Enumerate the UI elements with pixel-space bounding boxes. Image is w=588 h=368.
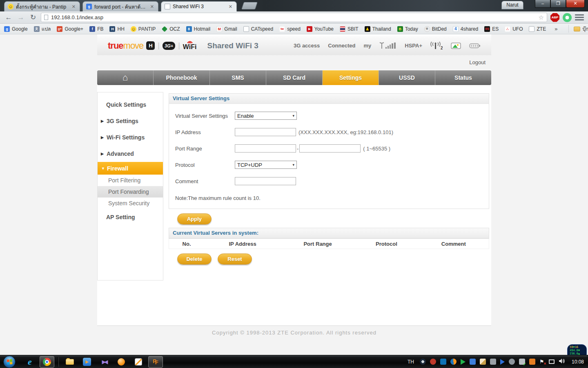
folders-tray-icon[interactable] [470,359,476,365]
adblock-extension-icon[interactable]: ABP [550,13,559,22]
bookmark-sbit[interactable]: SBIT [340,26,359,32]
bookmark-youtube[interactable]: YouTube [307,26,334,32]
camera-tray-icon[interactable] [490,359,496,365]
bookmark-speed[interactable]: speed [279,26,301,32]
bookmark-zte[interactable]: ZTE [529,26,546,32]
globe-tray-icon[interactable] [509,359,515,365]
explorer-icon[interactable] [62,356,77,368]
bookmark-translate[interactable]: แปล [34,25,51,33]
taskbar-clock[interactable]: 10:08 [569,359,584,365]
restore-button[interactable]: ❐ [550,0,566,8]
lightning-app-icon[interactable] [131,356,146,368]
green-flag-tray-icon[interactable] [461,359,466,365]
sidebar-item-ap-setting[interactable]: AP Setting [98,209,163,225]
tab-pantip[interactable]: ตั้งกระทู้คำถาม - Pantip ✕ [4,1,80,11]
language-indicator[interactable]: TH [406,359,416,365]
media-player-icon[interactable]: ▶ [80,356,94,368]
steam-tray-icon[interactable] [420,359,426,365]
sidebar-item-port-filtering[interactable]: Port Filtering [98,175,163,186]
red-tray-icon[interactable] [430,359,436,365]
address-bar[interactable]: 192.168.0.1/index.asp ☆ [41,13,547,22]
bookmark-es[interactable]: ES [484,26,499,32]
network-tray-icon[interactable] [549,359,555,364]
printer-tray-icon[interactable] [519,359,525,365]
new-tab-button[interactable] [241,2,258,9]
nav-home[interactable]: ⌂ [97,70,153,85]
orange-speaker-tray-icon[interactable] [529,359,535,365]
nav-settings[interactable]: Settings [322,70,379,85]
start-button[interactable] [3,356,16,368]
bookmark-gmail[interactable]: Gmail [216,26,237,32]
tab-close-icon[interactable]: ✕ [71,4,76,9]
bookmark-hotmail[interactable]: Hotmail [186,26,211,32]
action-center-flag-icon[interactable] [539,359,545,365]
port-end-input[interactable] [299,144,361,153]
bookmark-ufo[interactable]: UFO [505,26,523,32]
sidebar-item-port-forwarding[interactable]: Port Forwarding [98,186,163,197]
nav-sms[interactable]: SMS [209,70,266,85]
tab-shared-wifi[interactable]: Shared WiFi 3 ✕ [161,1,237,11]
nav-ussd[interactable]: USSD [379,70,435,85]
bookmark-star-icon[interactable]: ☆ [539,14,544,21]
status-indicators: 3G access Connected my HSPA+ [294,42,481,50]
protocol-select[interactable]: TCP+UDP▾ [235,161,297,169]
bookmark-google[interactable]: Google [4,26,28,32]
logout-link[interactable]: Logout [469,59,486,65]
bookmark-4shared[interactable]: 4shared [453,26,478,32]
sidebar-item-quick-settings[interactable]: Quick Settings [98,96,163,113]
bookmark-googleplus[interactable]: Google+ [57,26,83,32]
reset-button[interactable]: Reset [218,254,252,265]
port-start-input[interactable] [235,144,296,153]
chrome-icon[interactable] [40,356,54,368]
ip-address-input[interactable] [235,128,296,136]
bookmark-thailand[interactable]: Thailand [365,26,391,32]
green-extension-icon[interactable] [563,13,572,22]
other-bookmarks[interactable]: บุ๊กมาร์กอื่นๆ [568,25,588,33]
apply-button[interactable]: Apply [177,213,212,224]
windows-flag-icon [7,359,12,364]
back-button[interactable]: ← [4,13,13,22]
bookmark-facebook[interactable]: FB [89,26,103,32]
delete-button[interactable]: Delete [177,254,212,265]
sidebar-item-advanced[interactable]: ▶Advanced [98,146,163,162]
nav-sdcard[interactable]: SD Card [266,70,322,85]
bookmark-ocz[interactable]: OCZ [162,26,180,32]
nav-phonebook[interactable]: Phonebook [153,70,209,85]
minimize-button[interactable]: – [535,0,550,8]
main-content: Virtual Server Settings Virtual Server S… [169,93,489,265]
aimp-icon[interactable] [114,356,129,368]
pf-app-icon[interactable]: PF [148,356,163,368]
tab-close-icon[interactable]: ✕ [149,4,155,9]
kmplayer-icon[interactable]: ▶◀ [97,356,111,368]
reload-button[interactable]: ↻ [29,13,38,22]
bookmark-today[interactable]: Today [397,26,418,32]
volume-tray-icon[interactable] [559,358,565,366]
sidebar-item-3g-settings[interactable]: ▶3G Settings [98,113,163,129]
taskbar-divider [58,357,59,367]
round-tray-icon[interactable] [450,359,457,365]
internet-explorer-icon[interactable]: e [22,356,37,368]
bookmark-bitded[interactable]: BitDed [424,26,447,32]
network-meter-widget[interactable]: 59▼16 494.0▼ 236.0▲ [567,344,587,355]
sidebar-item-firewall[interactable]: ▼Firewall [98,162,163,175]
blue-arrow-tray-icon[interactable] [500,359,505,365]
bookmark-catspeed[interactable]: CATspeed [243,26,273,32]
sidebar-item-system-security[interactable]: System Security [98,197,163,209]
nav-status[interactable]: Status [435,70,491,85]
forward-button[interactable]: → [16,13,25,22]
bookmarks-overflow-chevron[interactable]: » [555,26,557,32]
url-text[interactable]: 192.168.0.1/index.asp [51,14,536,20]
sidebar-item-wifi-settings[interactable]: ▶Wi-Fi Settings [98,129,163,146]
teamviewer-tray-icon[interactable] [440,359,446,365]
tab-close-icon[interactable]: ✕ [228,4,233,9]
bookmark-pantip[interactable]: PANTIP [131,26,156,32]
tab-google-search[interactable]: forward port - ค้นหาด้วย G ✕ [82,1,158,11]
es-icon [484,26,490,32]
profile-button[interactable]: Narut [501,1,523,9]
comment-input[interactable] [235,177,296,185]
chrome-menu-icon[interactable] [575,14,584,20]
bookmark-hh[interactable]: HH [109,26,124,32]
close-button[interactable]: ✕ [566,0,585,8]
brush-tray-icon[interactable] [480,359,486,365]
virtual-server-select[interactable]: Enable▾ [235,112,297,120]
